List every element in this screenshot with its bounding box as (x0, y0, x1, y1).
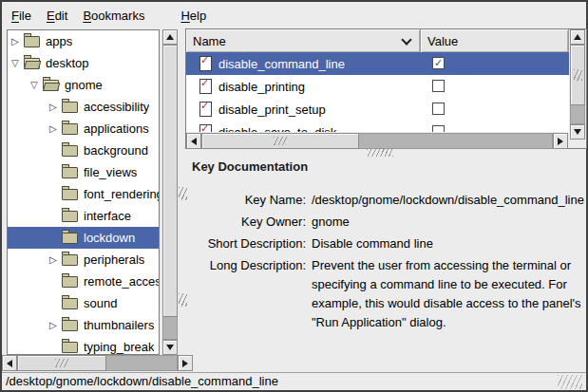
list-hscroll-left-button[interactable] (186, 133, 201, 149)
arrow-left-icon (7, 360, 12, 367)
key-list: disable_command_line ✓ disable_printing … (186, 52, 569, 132)
arrow-right-icon (558, 138, 563, 145)
menu-file[interactable]: File (6, 5, 37, 27)
tree-item-applications[interactable]: ▷ applications (8, 118, 159, 140)
menu-bookmarks-mnemonic: B (83, 9, 91, 23)
key-row-disable-printing[interactable]: disable_printing (186, 75, 569, 98)
expander-collapsed-icon[interactable]: ▷ (49, 123, 62, 134)
value-checkbox-unchecked[interactable] (432, 125, 445, 132)
checkmark-icon: ✓ (434, 57, 443, 68)
tree-item-desktop[interactable]: ▽ desktop (8, 52, 159, 74)
folder-closed-icon (62, 189, 78, 200)
expander-collapsed-icon[interactable]: ▷ (49, 254, 62, 265)
tree-item-peripherals[interactable]: ▷ peripherals (8, 249, 159, 271)
tree-item-lockdown[interactable]: lockdown (8, 227, 159, 249)
menu-edit-mnemonic: E (47, 9, 55, 23)
folder-closed-icon (62, 276, 78, 288)
tree-item-label: lockdown (84, 231, 135, 245)
status-bar: /desktop/gnome/lockdown/disable_command_… (2, 372, 586, 390)
arrow-up-icon (574, 34, 581, 40)
tree-item-font-rendering[interactable]: font_rendering (8, 183, 159, 205)
folder-open-icon (43, 80, 59, 91)
tree-hscroll-left-button[interactable] (2, 355, 17, 371)
list-hscroll-thumb[interactable] (201, 133, 359, 149)
menu-bookmarks-label: ookmarks (91, 9, 144, 23)
tree-item-gnome[interactable]: ▽ gnome (8, 74, 159, 96)
tree-item-label: apps (46, 34, 72, 48)
key-documentation-panel: Key Documentation Key Name: /desktop/gno… (186, 158, 586, 370)
menu-bar: File Edit Bookmarks Help (2, 2, 586, 28)
tree-item-label: file_views (84, 165, 137, 179)
key-row-disable-print-setup[interactable]: disable_print_setup (186, 98, 569, 121)
menu-help-mnemonic: H (180, 9, 189, 23)
tree-item-remote-access[interactable]: remote_access (8, 271, 159, 292)
key-icon (199, 79, 212, 94)
tree-vscroll-up-button[interactable] (162, 29, 178, 45)
tree-item-interface[interactable]: interface (8, 205, 159, 227)
tree-vscroll-down-button[interactable] (162, 340, 178, 355)
value-checkbox-unchecked[interactable] (432, 80, 445, 92)
folder-closed-icon (24, 36, 40, 47)
tree-hscroll-thumb[interactable] (17, 355, 106, 371)
expander-collapsed-icon[interactable]: ▷ (49, 320, 62, 330)
tree-item-accessibility[interactable]: ▷ accessibility (8, 96, 159, 118)
column-header-name[interactable]: Name (186, 29, 421, 52)
menu-help[interactable]: Help (175, 5, 212, 27)
grip-icon (274, 137, 287, 145)
list-hscroll-right-button[interactable] (553, 133, 568, 149)
tree-item-typing-break[interactable]: typing_break (8, 336, 159, 355)
key-documentation-fields: Key Name: /desktop/gnome/lockdown/disabl… (186, 191, 588, 332)
folder-closed-icon (62, 320, 78, 331)
value-checkbox-unchecked[interactable] (432, 103, 445, 115)
key-list-header: Name Value (186, 29, 569, 52)
tree-vscroll-thumb[interactable] (162, 45, 178, 317)
arrow-up-icon (166, 34, 174, 40)
short-description-field-value: Disable command line (312, 234, 588, 253)
tree-item-label: applications (84, 121, 149, 136)
tree-item-apps[interactable]: ▷ apps (8, 30, 159, 52)
expander-collapsed-icon[interactable]: ▷ (11, 36, 24, 47)
tree-item-label: typing_break (84, 340, 154, 354)
expander-expanded-icon[interactable]: ▽ (30, 80, 43, 90)
key-row-disable-command-line[interactable]: disable_command_line ✓ (186, 52, 569, 75)
list-vscroll-thumb[interactable] (570, 45, 585, 105)
value-checkbox-checked[interactable]: ✓ (432, 57, 445, 69)
short-description-field-label: Short Description: (186, 234, 306, 253)
tree-item-thumbnailers[interactable]: ▷ thumbnailers (8, 314, 159, 336)
folder-closed-icon (62, 342, 78, 353)
key-owner-field-label: Key Owner: (186, 213, 306, 232)
menu-edit[interactable]: Edit (41, 5, 73, 27)
key-name-label: disable_command_line (218, 57, 345, 71)
grip-icon (367, 149, 393, 157)
tree-item-label: remote_access (84, 274, 159, 289)
tree-item-label: interface (84, 209, 131, 223)
list-vscroll-up-button[interactable] (570, 29, 585, 45)
folder-closed-icon (62, 102, 78, 113)
folder-closed-icon (62, 254, 78, 266)
key-icon (199, 102, 212, 117)
list-vscroll-down-button[interactable] (570, 124, 585, 140)
menu-bookmarks[interactable]: Bookmarks (77, 5, 150, 27)
folder-closed-icon (62, 167, 78, 178)
grip-icon (574, 69, 582, 81)
arrow-down-icon (574, 129, 581, 135)
tree-item-label: thumbnailers (84, 318, 154, 332)
gconf-editor-window: File Edit Bookmarks Help ▷ apps ▽ deskto… (0, 0, 588, 392)
folder-closed-icon (62, 233, 78, 244)
statusbar-path-text: /desktop/gnome/lockdown/disable_command_… (6, 374, 278, 388)
window-resize-grip[interactable] (558, 375, 582, 389)
horizontal-pane-handle[interactable] (186, 149, 586, 158)
sort-indicator-icon (401, 34, 411, 45)
tree-item-label: font_rendering (84, 187, 159, 201)
expander-collapsed-icon[interactable]: ▷ (49, 102, 62, 112)
tree-item-sound[interactable]: sound (8, 292, 159, 314)
grip-icon (55, 359, 68, 367)
key-row-disable-save-to-disk[interactable]: disable_save_to_disk (186, 121, 569, 132)
long-description-field-value: Prevent the user from accessing the term… (312, 256, 588, 332)
expander-expanded-icon[interactable]: ▽ (11, 58, 24, 68)
arrow-left-icon (191, 138, 197, 145)
column-header-value[interactable]: Value (421, 29, 569, 52)
tree-item-label: sound (84, 296, 117, 310)
tree-item-file-views[interactable]: file_views (8, 161, 159, 183)
tree-item-background[interactable]: background (8, 140, 159, 161)
